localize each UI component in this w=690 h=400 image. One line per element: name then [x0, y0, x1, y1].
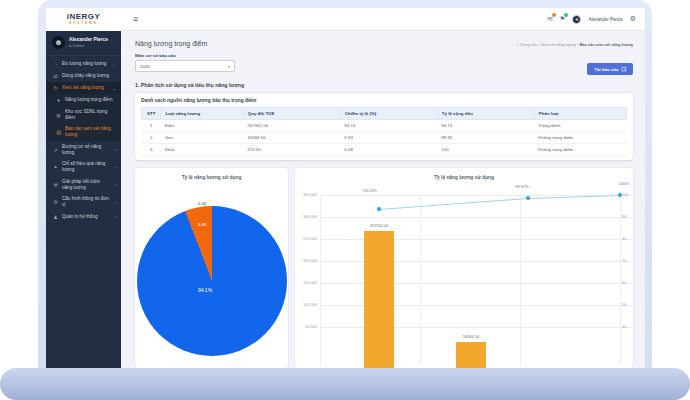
pie-chart-card: Tỷ lệ năng lượng sử dụng 0.06 5.83 94.1% [135, 168, 288, 368]
chevron-icon: › [115, 147, 117, 152]
download-report-button[interactable]: Tải báo cáo ❏ [587, 63, 633, 75]
cell-tyle: 0.08 [340, 144, 437, 156]
sidebar-item-label: Quản trị hệ thống [62, 214, 112, 220]
sidebar-item-label: Đo lường năng lượng [62, 61, 109, 67]
sidebar-item-icon: ♟ [52, 214, 59, 220]
sidebar-item-label: Chỉ số hiệu quả năng lượng [62, 161, 112, 172]
cell-stt: 2 [142, 132, 161, 144]
document-icon: ❏ [622, 66, 626, 72]
line-point-1[interactable] [377, 207, 382, 212]
settings-gear-icon[interactable]: ⚙ [630, 15, 636, 23]
cell-toe: 267942.00 [243, 120, 340, 132]
charts-row: Tỷ lệ năng lượng sử dụng 0.06 5.83 94.1%… [135, 168, 633, 368]
sidebar-item[interactable]: ◍ Khu vực SDNL trọng điểm [46, 106, 121, 123]
table-row[interactable]: 2 Gas 16584.50 5.83 99.92 Không trọng đi… [142, 132, 627, 144]
bar-chart-card: Tỷ lệ năng lượng sử dụng 350,000 [295, 168, 633, 368]
sidebar-item[interactable]: ↻ Xem xét năng lượng ⌄ [46, 82, 121, 94]
bar-label-gas: 16584.50 [451, 334, 491, 339]
y2-axis-tick: 40 [622, 324, 633, 329]
bar-label-dien: 267942.00 [359, 223, 399, 228]
user-menu[interactable]: Alexander Pierce [588, 17, 622, 22]
table-row[interactable]: 3 Khác 215.55 0.08 100 Không trọng điểm [142, 144, 627, 156]
sidebar-item-label: Cấu hình thông tin đơn vị [62, 196, 112, 207]
sidebar-item-icon: ⇄ [52, 73, 59, 79]
y2-axis-tick: 70 [622, 258, 633, 263]
sidebar-item-label: Dòng chảy năng lượng [62, 73, 113, 79]
col-header-congdon: Tỷ lệ cộng dồn [437, 108, 534, 120]
sidebar-user-panel: ☻ Alexander Pierce ● Online [46, 31, 121, 56]
online-dot: ● [69, 43, 71, 48]
sidebar-item[interactable]: ↗ Đường cơ sở năng lượng › [46, 141, 121, 158]
line-point-2[interactable] [526, 196, 531, 201]
sidebar-avatar[interactable]: ☻ [52, 36, 65, 49]
sidebar-item[interactable]: ♦ Năng lượng trọng điểm [46, 94, 121, 106]
logo-subtext: SYSTEMS [69, 21, 97, 25]
home-icon: ⌂ [516, 42, 518, 47]
sidebar-menu: ◔ Đo lường năng lượng ⌄ ⇄ Dòng chảy năng… [46, 56, 121, 223]
sidebar-item-label: Khu vực SDNL trọng điểm [65, 109, 113, 120]
gridline [620, 195, 621, 365]
pie-chart[interactable] [137, 206, 287, 356]
y2-axis-tick: 90 [622, 214, 633, 219]
sidebar-item[interactable]: ✦ Chỉ số hiệu quả năng lượng › [46, 158, 121, 175]
sidebar-item[interactable]: ◔ Đo lường năng lượng ⌄ [46, 58, 121, 70]
sidebar-item[interactable]: ⚙ Cấu hình thông tin đơn vị › [46, 193, 121, 210]
cell-tyle: 94.13 [340, 120, 437, 132]
year-select-label: Năm cơ sở báo cáo [135, 53, 633, 58]
breadcrumb-home[interactable]: Trang chủ [520, 42, 537, 47]
cell-toe: 215.55 [243, 144, 340, 156]
line-label-1: 94.13% [350, 188, 390, 193]
chevron-icon: › [115, 214, 117, 219]
messages-badge [552, 13, 556, 17]
chevron-icon: › [115, 165, 117, 170]
page-header: Năng lượng trọng điểm ⌂ Trang chủ › Xem … [135, 40, 633, 47]
cell-congdon: 100 [437, 144, 534, 156]
bar-dien[interactable] [364, 231, 394, 368]
col-header-loai: Loại năng lượng [161, 108, 243, 120]
breadcrumb-parent[interactable]: Xem xét năng lượng [540, 42, 575, 47]
sidebar-item-label: Xem xét năng lượng [62, 85, 109, 91]
chevron-icon: ⌄ [112, 86, 116, 91]
table-row[interactable]: 1 Điện 267942.00 94.13 94.13 Trọng điểm [142, 120, 627, 132]
breadcrumb-current: Báo cáo xem xét năng lượng [579, 42, 633, 47]
notifications-badge [564, 13, 568, 17]
y2-axis-tick: 60 [622, 280, 633, 285]
line-segment [379, 198, 528, 210]
sidebar-item[interactable]: ♟ Quản trị hệ thống › [46, 211, 121, 223]
sidebar-item-icon: ↗ [52, 147, 59, 153]
cell-phanloai: Trọng điểm [534, 120, 626, 132]
breadcrumb: ⌂ Trang chủ › Xem xét năng lượng › Báo c… [516, 42, 633, 47]
bar-gas[interactable] [456, 342, 486, 368]
chevron-icon: › [115, 200, 117, 205]
y-axis-tick: 200,000 [295, 258, 317, 263]
sidebar-item-icon: ↻ [52, 85, 59, 91]
sidebar-item[interactable]: ⇄ Dòng chảy năng lượng [46, 70, 121, 82]
notifications-icon[interactable]: ⚑ [560, 15, 566, 23]
y-axis-tick: 100,000 [295, 302, 317, 307]
year-select[interactable]: 2020 ▾ [135, 60, 235, 72]
cell-stt: 1 [142, 120, 161, 132]
sidebar-item[interactable]: ▤ Báo cáo xem xét năng lượng [46, 123, 121, 140]
col-header-tyle: Chiếm tỷ lệ (%) [340, 108, 437, 120]
cell-phanloai: Không trọng điểm [534, 132, 626, 144]
menu-toggle-icon[interactable]: ≡ [133, 14, 138, 24]
sidebar-item-icon: ⚒ [52, 182, 59, 188]
chevron-down-icon: ▾ [228, 64, 230, 69]
cell-loai: Gas [161, 132, 243, 144]
table-header-row: STT Loại năng lượng Quy đổi TOE Chiếm tỷ… [142, 108, 627, 120]
y-axis-tick: 300,000 [295, 214, 317, 219]
energy-sources-card: Danh sách nguồn năng lượng tiêu thụ trọn… [135, 93, 633, 160]
cell-stt: 3 [142, 144, 161, 156]
sidebar-item[interactable]: ⚒ Giải pháp tiết kiệm năng lượng › [46, 176, 121, 193]
logo-text: iNERGY [67, 13, 101, 21]
sidebar-item-label: Giải pháp tiết kiệm năng lượng [62, 179, 112, 190]
logo[interactable]: iNERGY SYSTEMS [46, 8, 121, 31]
sidebar-item-icon: ▤ [55, 129, 62, 135]
top-navbar: iNERGY SYSTEMS ≡ ✉ ⚑ ☻ Alexander Pierce … [46, 8, 645, 31]
pie-label-gas: 5.83 [187, 222, 217, 227]
messages-icon[interactable]: ✉ [547, 15, 552, 23]
y-axis-tick: 150,000 [295, 280, 317, 285]
gridline [320, 217, 632, 218]
avatar[interactable]: ☻ [572, 15, 581, 24]
cell-tyle: 5.83 [340, 132, 437, 144]
